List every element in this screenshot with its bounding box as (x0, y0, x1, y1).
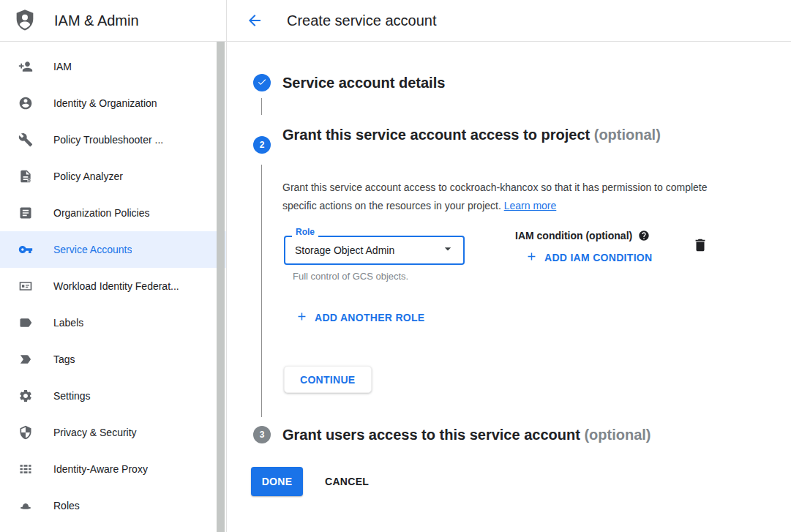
sidebar-item-roles[interactable]: Roles (0, 487, 226, 524)
role-field-label: Role (292, 227, 318, 237)
org-policies-icon (18, 206, 33, 220)
step3-indicator: 3 (253, 426, 271, 443)
wrench-icon (18, 132, 33, 147)
step2-optional-label: (optional) (594, 127, 661, 143)
trash-icon (692, 244, 708, 255)
delete-role-button[interactable] (691, 237, 709, 255)
sidebar-title: IAM & Admin (54, 12, 139, 29)
sidebar-item-label: Labels (53, 317, 83, 329)
iam-admin-app: IAM & Admin IAM Identity & Organization … (0, 0, 791, 532)
sidebar-item-organization-policies[interactable]: Organization Policies (0, 195, 226, 231)
topbar: Create service account (227, 0, 791, 42)
sidebar-item-label: Workload Identity Federat... (53, 280, 179, 292)
person-add-icon (18, 59, 33, 74)
gear-icon (18, 389, 33, 403)
step-connector (261, 98, 262, 115)
step1-indicator (253, 74, 271, 91)
sidebar-item-label: IAM (53, 61, 72, 72)
plus-icon (525, 250, 538, 265)
help-icon[interactable] (638, 230, 650, 241)
sidebar-item-label: Identity & Organization (53, 97, 157, 109)
sidebar-item-identity-organization[interactable]: Identity & Organization (0, 85, 226, 121)
main-panel: Create service account Service account d… (227, 0, 791, 532)
sidebar-item-policy-analyzer[interactable]: Policy Analyzer (0, 158, 226, 195)
sidebar-item-labels[interactable]: Labels (0, 304, 226, 341)
step3-optional-label: (optional) (584, 427, 651, 443)
label-icon (18, 315, 33, 330)
check-icon (257, 77, 267, 89)
account-circle-icon (18, 96, 33, 110)
sidebar-item-workload-identity-federation[interactable]: Workload Identity Federat... (0, 268, 226, 304)
step3-number: 3 (260, 430, 265, 440)
sidebar-item-identity-aware-proxy[interactable]: Identity-Aware Proxy (0, 451, 226, 487)
sidebar-item-policy-troubleshooter[interactable]: Policy Troubleshooter ... (0, 121, 226, 158)
step2-title: Grant this service account access to pro… (282, 124, 663, 145)
arrow-back-icon (246, 12, 263, 29)
shield-person-icon (13, 8, 37, 33)
step2-indicator: 2 (253, 136, 271, 154)
sidebar-scrollbar[interactable] (217, 42, 225, 532)
sidebar-item-label: Organization Policies (53, 207, 150, 219)
step-connector (261, 165, 262, 417)
chevron-down-icon (441, 241, 455, 259)
sidebar-item-label: Roles (53, 500, 80, 512)
iap-grid-icon (18, 462, 33, 476)
sidebar-item-label: Service Accounts (53, 244, 132, 255)
step2-description: Grant this service account access to coc… (282, 179, 732, 215)
learn-more-link[interactable]: Learn more (504, 200, 557, 211)
back-button[interactable] (246, 12, 263, 29)
sidebar-item-label: Policy Analyzer (53, 171, 123, 182)
sidebar-item-label: Identity-Aware Proxy (53, 463, 148, 475)
done-button[interactable]: DONE (251, 467, 303, 496)
tag-icon (18, 352, 33, 367)
sidebar-item-label: Privacy & Security (53, 427, 137, 438)
create-service-account-form: Service account details 2 Grant this ser… (227, 42, 791, 532)
page-title: Create service account (287, 12, 437, 29)
policy-analyzer-icon (18, 169, 33, 184)
sidebar-item-tags[interactable]: Tags (0, 341, 226, 378)
sidebar-header: IAM & Admin (0, 0, 226, 42)
sidebar-item-label: Settings (53, 390, 91, 402)
add-iam-condition-button[interactable]: ADD IAM CONDITION (525, 250, 652, 265)
plus-icon (296, 310, 308, 325)
sidebar-item-service-accounts[interactable]: Service Accounts (0, 231, 226, 268)
role-helper-text: Full control of GCS objects. (293, 271, 408, 282)
sidebar-item-settings[interactable]: Settings (0, 378, 226, 414)
service-accounts-icon (18, 242, 33, 257)
iam-condition-heading: IAM condition (optional) (515, 230, 650, 241)
sidebar-item-iam[interactable]: IAM (0, 48, 226, 85)
cancel-button[interactable]: CANCEL (319, 467, 375, 496)
add-another-role-button[interactable]: ADD ANOTHER ROLE (296, 310, 425, 325)
step2-number: 2 (260, 140, 265, 150)
role-selected-value: Storage Object Admin (295, 244, 394, 256)
step3-title: Grant users access to this service accou… (282, 424, 651, 445)
workload-identity-icon (18, 279, 33, 293)
step1-title: Service account details (282, 72, 445, 93)
continue-button[interactable]: CONTINUE (284, 366, 372, 393)
hat-icon (18, 498, 33, 513)
sidebar-nav: IAM Identity & Organization Policy Troub… (0, 42, 226, 524)
shield-icon (18, 425, 33, 440)
sidebar: IAM & Admin IAM Identity & Organization … (0, 0, 227, 532)
sidebar-item-label: Policy Troubleshooter ... (53, 134, 163, 146)
sidebar-item-privacy-security[interactable]: Privacy & Security (0, 414, 226, 451)
role-select[interactable]: Storage Object Admin (284, 236, 465, 265)
sidebar-item-label: Tags (53, 353, 75, 365)
